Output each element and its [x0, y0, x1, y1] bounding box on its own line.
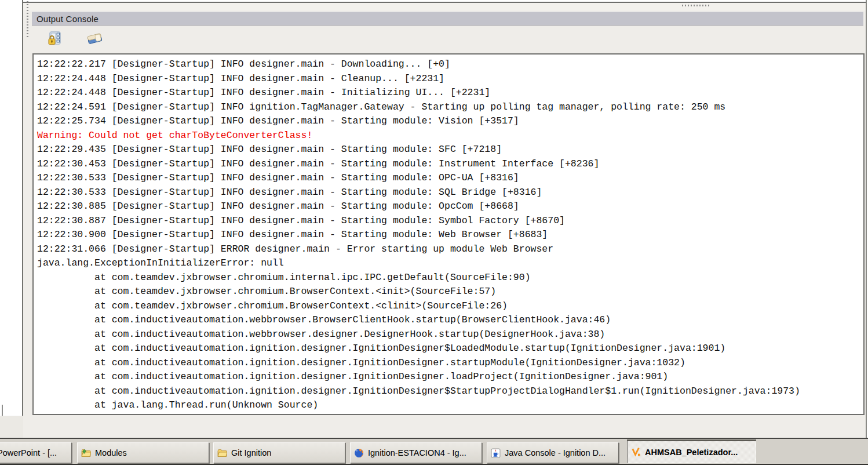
taskbar-button-powerpoint[interactable]: PowerPoint - [...	[0, 442, 72, 463]
console-log-line: at com.inductiveautomation.ignition.desi…	[37, 356, 860, 370]
console-warning-line: Warning: Could not get charToByteConvert…	[37, 129, 860, 143]
console-log-line: java.lang.ExceptionInInitializerError: n…	[37, 256, 860, 271]
status-band	[0, 416, 23, 438]
lock-scroll-icon	[47, 31, 63, 48]
console-log-line: 12:22:24.591 [Designer-Startup] INFO ign…	[37, 100, 860, 115]
console-log-line: 12:22:30.533 [Designer-Startup] INFO des…	[37, 171, 860, 186]
clear-console-icon	[86, 31, 104, 48]
taskbar-button-label: AHMSAB_Peletizador...	[645, 448, 738, 457]
taskbar-button-modules[interactable]: Modules	[77, 442, 209, 463]
console-log-line: at com.teamdev.jxbrowser.chromium.intern…	[37, 271, 860, 285]
taskbar-button-label: Java Console - Ignition D...	[505, 448, 606, 457]
console-log-line: 12:22:30.533 [Designer-Startup] INFO des…	[37, 186, 860, 200]
taskbar: PowerPoint - [...ModulesGit IgnitionIgni…	[0, 438, 868, 465]
console-log-line: 12:22:22.217 [Designer-Startup] INFO des…	[37, 57, 860, 72]
console-log-line: at com.teamdev.jxbrowser.chromium.Browse…	[37, 285, 860, 299]
console-log-line: 12:22:29.435 [Designer-Startup] INFO des…	[37, 143, 860, 157]
clear-console-button[interactable]	[85, 30, 105, 49]
console-log-line: at com.inductiveautomation.ignition.desi…	[37, 370, 860, 384]
panel-drag-handle[interactable]	[27, 1, 28, 38]
console-log-line: at com.teamdev.jxbrowser.chromium.Browse…	[37, 299, 860, 314]
taskbar-button-label: PowerPoint - [...	[0, 448, 57, 457]
panel-title-bar[interactable]: Output Console	[32, 12, 863, 26]
taskbar-button-label: Git Ignition	[231, 448, 271, 457]
console-log-line: 12:22:25.734 [Designer-Startup] INFO des…	[37, 114, 860, 129]
console-log-line: 12:22:24.448 [Designer-Startup] INFO des…	[37, 72, 860, 86]
console-log-line: at com.inductiveautomation.webbrowser.Br…	[37, 313, 860, 328]
console-toolbar	[32, 27, 863, 52]
console-log-line: 12:22:30.885 [Designer-Startup] INFO des…	[37, 199, 860, 214]
output-console-panel: Output Console	[22, 0, 867, 438]
folder-up-icon	[81, 448, 91, 458]
taskbar-button-java-console-ignition-d[interactable]: Java Console - Ignition D...	[487, 442, 619, 463]
console-log-line: 12:22:30.453 [Designer-Startup] INFO des…	[37, 157, 860, 172]
console-log-line: 12:22:30.887 [Designer-Startup] INFO des…	[37, 214, 860, 228]
console-log-line: 12:22:24.448 [Designer-Startup] INFO des…	[37, 86, 860, 100]
taskbar-button-ignition-estacion4-ig[interactable]: Ignition-ESTACION4 - Ig...	[350, 442, 482, 463]
taskbar-button-label: Ignition-ESTACION4 - Ig...	[368, 448, 466, 457]
folder-icon	[217, 448, 227, 458]
java-icon	[491, 448, 501, 458]
background-window-edge	[2, 405, 3, 416]
panel-title: Output Console	[37, 14, 99, 24]
console-log-line: at com.inductiveautomation.webbrowser.de…	[37, 328, 860, 342]
taskbar-button-git-ignition[interactable]: Git Ignition	[213, 442, 345, 463]
console-log-line: 12:22:30.900 [Designer-Startup] INFO des…	[37, 228, 860, 242]
taskbar-button-ahmsab-peletizador[interactable]: AHMSAB_Peletizador...	[627, 441, 756, 463]
firefox-icon	[354, 448, 364, 458]
console-output[interactable]: 12:22:22.217 [Designer-Startup] INFO des…	[32, 53, 865, 415]
dock-drag-handle[interactable]	[682, 5, 711, 6]
console-log-line: at com.inductiveautomation.ignition.desi…	[37, 342, 860, 356]
lock-scroll-button[interactable]	[45, 30, 64, 49]
dock-top-strip	[23, 0, 866, 10]
taskbar-button-label: Modules	[95, 448, 127, 457]
ignition-icon	[631, 447, 641, 457]
console-log-line: at java.lang.Thread.run(Unknown Source)	[37, 398, 860, 413]
console-log-line: at com.inductiveautomation.ignition.desi…	[37, 384, 860, 399]
console-log-line: 12:22:31.066 [Designer-Startup] ERROR de…	[37, 242, 860, 257]
